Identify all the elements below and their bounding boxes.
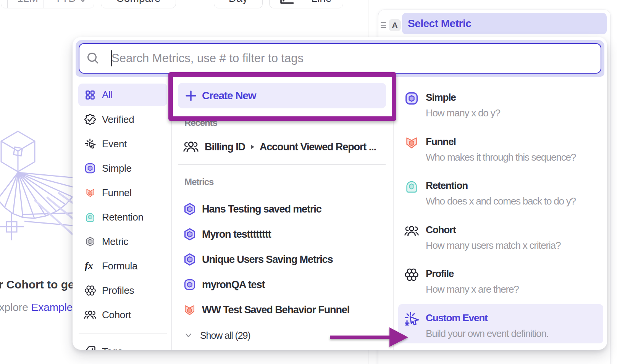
svg-text:fx: fx xyxy=(85,260,93,271)
